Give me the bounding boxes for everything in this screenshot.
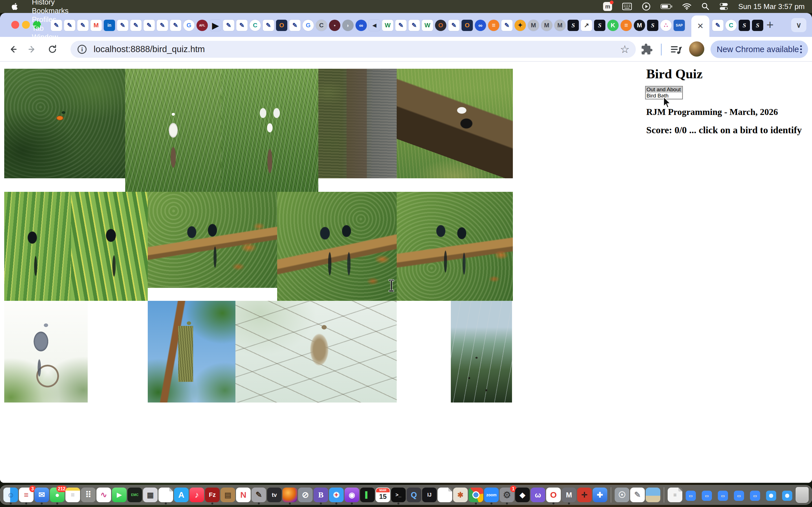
bird-photo-cuckoo-shrike[interactable] [4,301,88,402]
tealc-favicon-tab[interactable]: C [250,20,261,31]
tab-search-button[interactable]: ∨ [791,18,806,32]
menu-item-tab[interactable]: Tab [26,24,74,33]
gmail-favicon-tab[interactable]: M [91,20,102,31]
blackM-favicon-tab[interactable]: M [634,20,645,31]
wifi-menu-icon[interactable] [682,3,691,10]
terminal-emc-dock-icon[interactable]: EMC [128,488,142,502]
traffic-light-close-button[interactable] [11,21,19,29]
menu-item-bookmarks[interactable]: Bookmarks [26,6,74,15]
bird-photo-tawny-frogmouth[interactable] [318,69,397,178]
bird-photo-distant-forest-birds[interactable] [451,301,512,402]
grayM-favicon-tab[interactable]: M [554,20,566,31]
quicktime-dock-icon[interactable]: Q [407,488,421,502]
red-emblem-app-dock-icon[interactable]: ✛ [577,488,592,502]
bird-photo-honeyeater-sky[interactable] [148,301,236,402]
system-settings-dock-icon[interactable]: ⚙1 [500,488,514,502]
pencil-favicon-tab[interactable]: ✎ [501,20,513,31]
apple-tv-dock-icon[interactable]: tv [267,488,282,502]
calculator-dock-icon[interactable]: ▦ [143,488,158,502]
menu-item-profiles[interactable]: Profiles [26,15,74,24]
greenW-favicon-tab[interactable]: W [422,20,433,31]
bird-photo-drongo-palm-left[interactable] [4,192,71,301]
whitearrow-favicon-tab[interactable]: ↗ [581,20,592,31]
address-book-dock-icon[interactable]: ▤ [220,488,235,502]
pencil-favicon-tab[interactable]: ✎ [448,20,460,31]
bird-photo-drongo-pair-branch-1[interactable] [148,192,277,288]
reminders-dock-icon[interactable]: ≡3 [19,488,34,502]
pencil-favicon-tab[interactable]: ✎ [395,20,407,31]
bird-photo-drongo-pair-branch-2[interactable] [277,192,397,301]
inkscape-dock-icon[interactable]: ◆ [515,488,530,502]
pencil-favicon-tab[interactable]: ✎ [236,20,248,31]
intellij-dock-icon[interactable]: IJ [422,488,437,502]
iterm-dock-icon[interactable]: >_ [391,488,406,502]
bird-photo-white-goshawk-perched[interactable] [125,69,221,192]
minimized-safari-1-dock-icon[interactable] [766,491,776,501]
pencil-favicon-tab[interactable]: ✎ [409,20,420,31]
notes-dock-icon[interactable]: ≡ [65,488,80,502]
bird-photo-white-goshawk-wings-up[interactable] [221,69,318,192]
darkO-favicon-tab[interactable]: O [435,20,446,31]
accessibility-dock-icon[interactable]: ☉ [615,488,629,502]
textedit-dock-icon[interactable]: ✎ [630,488,645,502]
pencil-favicon-tab[interactable]: ✎ [223,20,234,31]
pencil-favicon-tab[interactable]: ✎ [263,20,274,31]
grayM-favicon-tab[interactable]: M [528,20,539,31]
navyO-favicon-tab[interactable]: O [276,20,287,31]
navyO-favicon-tab[interactable]: O [462,20,473,31]
abc-favicon-tab[interactable]: ∞ [475,20,486,31]
profile-avatar[interactable] [689,41,704,57]
active-tab[interactable]: ✕ [691,15,709,37]
mail-dock-icon[interactable]: ✉ [35,488,49,502]
blackS-favicon-tab[interactable]: S [647,20,658,31]
battery-menu-icon[interactable] [661,4,672,9]
spotlight-search-icon[interactable] [702,3,709,10]
blocked-app-dock-icon[interactable]: ⊘ [298,488,313,502]
filezilla-dock-icon[interactable]: Fz [205,488,220,502]
minimized-doc-1-dock-icon[interactable]: ▭ [686,491,696,501]
google-favicon-tab[interactable]: G [303,20,314,31]
pencil-favicon-tab[interactable]: ✎ [117,20,128,31]
trash-dock-icon[interactable] [796,487,809,503]
media-controls-icon[interactable] [670,44,683,57]
grayM-favicon-tab[interactable]: M [541,20,552,31]
site-info-icon[interactable]: i [77,44,87,55]
libreoffice-dock-icon[interactable] [438,488,452,502]
news-dock-icon[interactable]: N [236,488,251,502]
minimized-doc-5-dock-icon[interactable]: ▭ [750,491,760,501]
url-text[interactable]: localhost:8888/bird_quiz.htm [94,44,205,54]
pencil-favicon-tab[interactable]: ✎ [130,20,142,31]
messages-dock-icon[interactable]: ●212 [50,488,64,502]
so-favicon-tab[interactable]: ≡ [620,20,632,31]
minimized-safari-2-dock-icon[interactable] [782,491,792,501]
dots-favicon-tab[interactable]: ∴ [660,20,672,31]
gimp-dock-icon[interactable]: ✎ [252,488,266,502]
speaker-favicon-tab[interactable]: ◄ [369,20,380,31]
firefox-dock-icon[interactable] [283,488,297,502]
pencil-favicon-tab[interactable]: ✎ [157,20,168,31]
keyboard-menu-icon[interactable] [622,3,632,10]
bookmark-star-icon[interactable]: ☆ [620,43,629,55]
minimized-doc-3-dock-icon[interactable]: ▭ [718,491,728,501]
update-chrome-chip[interactable]: New Chrome available [711,41,808,58]
facetime-dock-icon[interactable]: ▶ [112,488,126,502]
so-favicon-tab[interactable]: ≡ [488,20,499,31]
maroon-favicon-tab[interactable]: ● [329,20,340,31]
mimestream-menu-icon[interactable]: m [603,2,612,11]
document-file-dock-icon[interactable]: ≡ [668,488,682,502]
blackS-favicon-tab[interactable]: S [739,20,750,31]
play-menu-icon[interactable] [642,2,651,11]
terminal-green-dock-icon[interactable]: ▌ [360,488,375,502]
menu-item-history[interactable]: History [26,0,74,6]
grayC-favicon-tab[interactable]: C [316,20,327,31]
pencil-favicon-tab[interactable]: ✎ [289,20,301,31]
sap-favicon-tab[interactable]: SAP [673,20,685,31]
control-center-icon[interactable] [719,3,728,10]
opera-dock-icon[interactable]: O [546,488,561,502]
finder-dock-icon[interactable]: ☺ [3,488,18,502]
bird-photo-bee-eater-forest[interactable] [4,69,125,178]
minimized-doc-4-dock-icon[interactable]: ▭ [734,491,744,501]
pencil-favicon-tab[interactable]: ✎ [170,20,181,31]
freeform-dock-icon[interactable]: ∿ [96,488,111,502]
bird-photo-drongo-palm-center[interactable] [71,192,148,301]
